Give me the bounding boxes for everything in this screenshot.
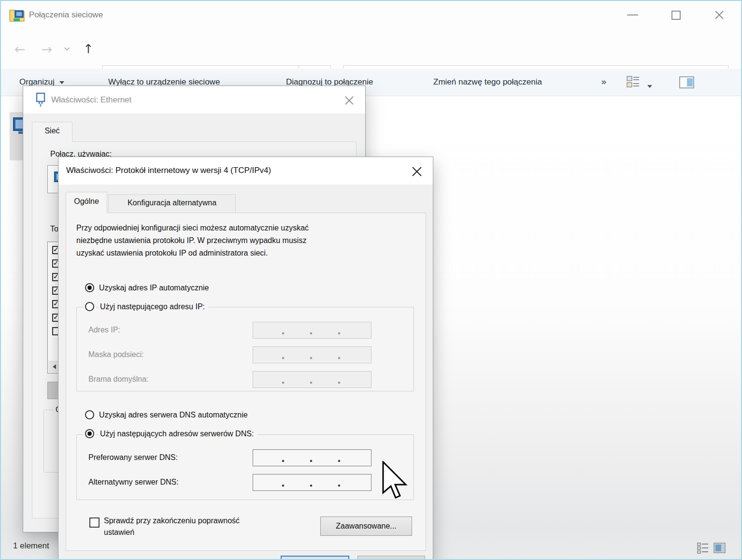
status-bar-view-toggles (697, 542, 726, 554)
toolbar-rename-connection[interactable]: Zmień nazwę tego połączenia (433, 69, 542, 95)
view-mode-button[interactable] (627, 75, 652, 91)
chevron-down-icon (64, 47, 70, 51)
forward-button[interactable]: → (36, 29, 58, 69)
advanced-button[interactable]: Zaawansowane... (320, 517, 412, 536)
radio-use-following-dns[interactable] (85, 429, 94, 438)
maximize-button[interactable] (665, 7, 687, 23)
ethernet-dialog-close-button[interactable] (343, 94, 356, 107)
scroll-left-icon[interactable] (53, 364, 56, 369)
default-gateway-label: Brama domyślna: (88, 375, 149, 384)
back-button[interactable]: ← (9, 29, 31, 69)
tab-network[interactable]: Sieć (32, 122, 72, 142)
tab-general[interactable]: Ogólne (66, 192, 107, 213)
close-window-button[interactable] (708, 7, 730, 23)
radio-obtain-dns-automatically[interactable] (85, 410, 94, 419)
alternate-dns-field[interactable] (253, 474, 371, 491)
ok-button-partial[interactable] (281, 556, 349, 560)
forward-icon: → (42, 42, 53, 57)
up-icon: ↑ (83, 42, 94, 56)
close-icon (412, 166, 422, 177)
tcpip-properties-dialog: Właściwości: Protokół internetowy w wers… (58, 157, 433, 560)
alternate-dns-label: Alternatywny serwer DNS: (88, 478, 179, 487)
thumbnail-view-toggle-icon[interactable] (713, 542, 726, 554)
subnet-mask-field (253, 346, 371, 363)
up-button[interactable]: ↑ (76, 29, 100, 69)
close-icon (344, 96, 354, 105)
network-folder-icon (9, 6, 26, 24)
tab-alternate-configuration[interactable]: Konfiguracja alternatywna (108, 194, 236, 213)
close-icon (714, 10, 725, 20)
radio-obtain-ip-automatically[interactable] (85, 283, 94, 292)
radio-use-following-ip-label[interactable]: Użyj następującego adresu IP: (99, 302, 208, 311)
ip-address-field (253, 322, 371, 339)
subnet-mask-label: Maska podsieci: (88, 350, 144, 359)
details-view-toggle-icon[interactable] (697, 542, 709, 554)
window-title: Połączenia sieciowe (29, 1, 103, 29)
mouse-cursor (382, 461, 408, 501)
minimize-button[interactable] (621, 7, 643, 23)
validate-settings-label[interactable]: Sprawdź przy zakończeniu poprawność (104, 517, 240, 525)
description-line: uzyskać ustawienia protokołu IP od admin… (76, 249, 268, 258)
ip-address-label: Adres IP: (88, 326, 120, 334)
preview-pane-button[interactable] (679, 76, 694, 91)
toolbar-more-button[interactable]: » (601, 69, 606, 95)
preview-pane-icon (679, 76, 694, 88)
description-line: niezbędne ustawienia protokołu IP. W prz… (76, 236, 306, 245)
validate-settings-label[interactable]: ustawień (104, 528, 134, 537)
tcpip-dialog-titlebar: Właściwości: Protokół internetowy w wers… (58, 157, 433, 185)
tcpip-dialog-close-button[interactable] (411, 165, 423, 178)
minimize-icon (627, 14, 638, 15)
chevron-down-icon (59, 81, 64, 84)
ethernet-plug-icon (35, 92, 46, 108)
recent-locations-button[interactable] (60, 29, 73, 69)
maximize-icon (671, 11, 681, 20)
radio-obtain-dns-label[interactable]: Uzyskaj adres serwera DNS automatycznie (99, 411, 248, 419)
validate-settings-checkbox[interactable] (89, 517, 100, 528)
description-line: Przy odpowiedniej konfiguracji sieci moż… (76, 224, 309, 232)
ethernet-dialog-titlebar: Właściwości: Ethernet (23, 86, 365, 114)
radio-obtain-ip-label[interactable]: Uzyskaj adres IP automatycznie (99, 284, 209, 292)
tcpip-dialog-title: Właściwości: Protokół internetowy w wers… (66, 157, 271, 184)
default-gateway-field (253, 371, 371, 388)
chevron-down-icon (647, 85, 652, 88)
window-titlebar: Połączenia sieciowe (1, 1, 741, 29)
details-view-icon (627, 75, 640, 88)
preferred-dns-label: Preferowany serwer DNS: (88, 453, 178, 462)
ethernet-dialog-title: Właściwości: Ethernet (51, 86, 131, 114)
radio-use-following-ip[interactable] (85, 302, 94, 311)
navigation-bar: ← → ↑ « Sieć ... › Połącz... ↻ (1, 29, 741, 69)
preferred-dns-field[interactable] (253, 449, 371, 466)
cancel-button-partial[interactable] (357, 556, 425, 560)
radio-use-following-dns-label[interactable]: Użyj następujących adresów serwerów DNS: (99, 430, 257, 438)
network-connections-window: Połączenia sieciowe ← → ↑ « Sieć ... › P… (0, 0, 742, 560)
status-bar-items-count: 1 element (13, 541, 49, 551)
back-icon: ← (14, 42, 26, 57)
